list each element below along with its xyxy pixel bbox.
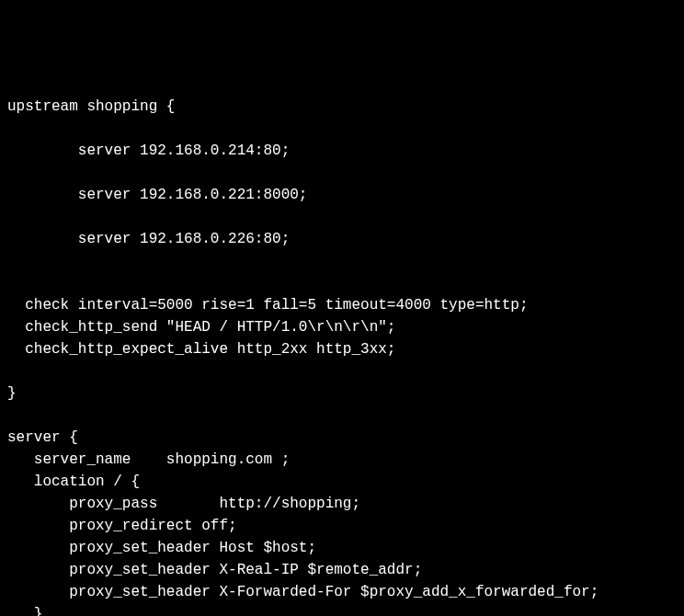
code-line: server_name shopping.com ; (7, 451, 290, 468)
code-line: location / { (7, 473, 140, 490)
code-line: } (7, 606, 42, 616)
code-line: proxy_pass http://shopping; (7, 496, 360, 512)
code-line: server 192.168.0.226:80; (7, 231, 290, 247)
code-line: } (7, 385, 17, 402)
code-line: proxy_set_header Host $host; (7, 540, 316, 556)
code-line: check_http_expect_alive http_2xx http_3x… (7, 341, 395, 358)
code-line: proxy_redirect off; (7, 518, 237, 534)
code-line: upstream shopping { (7, 98, 175, 115)
code-line: server 192.168.0.214:80; (7, 143, 290, 159)
code-line: proxy_set_header X-Real-IP $remote_addr; (7, 562, 422, 578)
code-line: proxy_set_header X-Forwarded-For $proxy_… (7, 584, 598, 600)
code-line: server { (7, 429, 78, 446)
code-line: check_http_send "HEAD / HTTP/1.0\r\n\r\n… (7, 319, 395, 336)
code-line: server 192.168.0.221:8000; (7, 187, 307, 203)
code-line: check interval=5000 rise=1 fall=5 timeou… (7, 297, 529, 314)
nginx-config-code: upstream shopping { server 192.168.0.214… (7, 96, 677, 616)
